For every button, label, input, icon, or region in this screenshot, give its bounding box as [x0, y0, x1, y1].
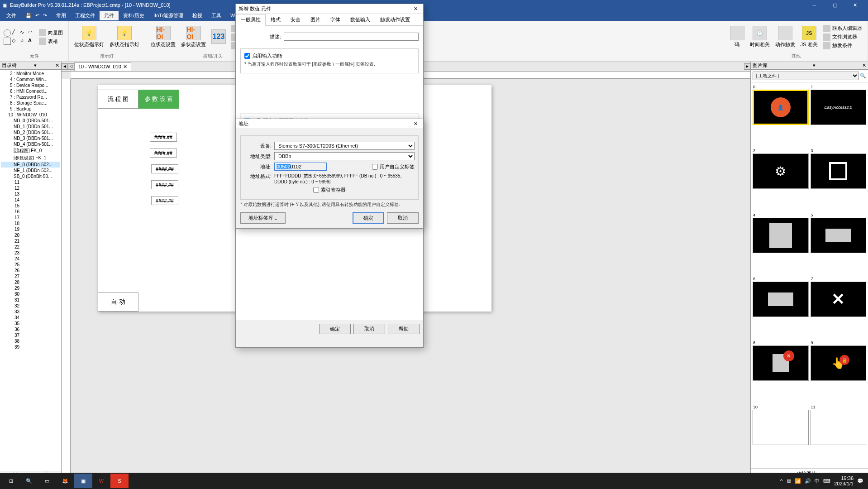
ok-button[interactable]: 确定 [319, 324, 351, 334]
menu-common[interactable]: 常用 [52, 11, 71, 20]
tree-item[interactable]: 19 [1, 226, 60, 232]
tree-item[interactable]: ND_4 (DBDn-501... [1, 141, 60, 147]
piclib-item[interactable]: 11 [811, 404, 867, 466]
address-input[interactable]: 005020102 [274, 163, 327, 171]
menu-project[interactable]: 工程文件 [71, 11, 100, 20]
wps-icon[interactable]: W [92, 474, 110, 488]
pin-icon[interactable]: ▾ [813, 62, 816, 68]
shape-circle-icon[interactable] [4, 29, 11, 37]
tab-action[interactable]: 触发动作设置 [375, 14, 415, 25]
tree-item[interactable]: 33 [1, 309, 60, 315]
search-icon[interactable]: 🔍 [20, 474, 38, 488]
tree-item[interactable]: 3 : Monitor Mode [1, 71, 60, 77]
piclib-item[interactable]: 7✕ [811, 276, 867, 338]
addr-type-select[interactable]: DBBn [274, 152, 415, 160]
shape-star-icon[interactable]: ☆ [20, 38, 27, 45]
tree-item[interactable]: 30 [1, 291, 60, 297]
tree-item[interactable]: 34 [1, 315, 60, 321]
canvas-tab[interactable]: 10 - WINDOW_010 ✕ [74, 62, 131, 71]
flow-button[interactable]: 流 程 图 [98, 90, 138, 109]
clock-time[interactable]: 19:36 [834, 475, 854, 481]
tree-item[interactable]: 9 : Backup [1, 106, 60, 112]
shape-arc-icon[interactable]: ◠ [28, 29, 35, 37]
bit-indicator-button[interactable]: 💡位状态指示灯 [72, 25, 106, 49]
shape-curve-icon[interactable]: ∿ [20, 29, 27, 37]
menu-file[interactable]: 文件 [2, 11, 21, 20]
numeric-display[interactable]: ####.## [150, 149, 177, 158]
tree-item[interactable]: [参数设置] FK_1 [1, 154, 60, 162]
tree-item[interactable]: ND_0 (DBDn-501... [1, 118, 60, 124]
tab-security[interactable]: 安全 [286, 14, 305, 25]
taskview-icon[interactable]: ▭ [38, 474, 56, 488]
tree-item[interactable]: ND_2 (DBDn-501... [1, 129, 60, 135]
device-select[interactable]: Siemens S7-300/ET200S (Ethernet) [274, 142, 415, 150]
tree-item[interactable]: NE_1 (DBDn-502... [1, 168, 60, 173]
file-browser-button[interactable]: 文件浏览器 [821, 33, 864, 41]
vectormap-button[interactable]: 向量图 [37, 29, 65, 37]
tree-item[interactable]: 25 [1, 262, 60, 268]
clock-date[interactable]: 2023/1/1 [834, 481, 854, 486]
tree-item[interactable]: 32 [1, 303, 60, 309]
tree-item[interactable]: 39 [1, 344, 60, 350]
easybuilder-icon[interactable]: ▣ [74, 474, 92, 488]
qat-save-icon[interactable]: 💾 [24, 13, 33, 19]
maximize-button[interactable]: ▢ [825, 0, 845, 10]
tree-item[interactable]: 13 [1, 191, 60, 197]
tree-item[interactable]: 7 : Password Re... [1, 94, 60, 100]
tab-scroll-right[interactable]: ▶ [744, 63, 750, 70]
tree-item[interactable]: 24 [1, 256, 60, 262]
trigger-cond-button[interactable]: 触发条件 [821, 42, 864, 50]
shape-text-icon[interactable]: A [28, 38, 35, 45]
tree-item[interactable]: 29 [1, 285, 60, 291]
tree-item[interactable]: [流程图] FK_0 [1, 147, 60, 154]
multi-indicator-button[interactable]: 💡多状态指示灯 [108, 25, 141, 49]
close-icon[interactable]: ✕ [411, 121, 420, 127]
firefox-icon[interactable]: 🦊 [56, 474, 74, 488]
multi-set-button[interactable]: HI-OI多状态设置 [179, 25, 208, 49]
action-button[interactable]: 动作触发 [773, 25, 797, 49]
piclib-item[interactable]: 5 [811, 212, 867, 274]
notification-icon[interactable]: 💬 [857, 478, 863, 484]
dialog-address-title[interactable]: 地址 ✕ [236, 119, 423, 129]
piclib-item[interactable]: 1EasyAccess2.0 [811, 84, 867, 146]
numeric-display[interactable]: ####.## [151, 196, 178, 205]
close-button[interactable]: ✕ [845, 0, 865, 10]
tab-picture[interactable]: 图片 [305, 14, 325, 25]
menu-view[interactable]: 检视 [188, 11, 207, 20]
description-input[interactable] [284, 33, 419, 41]
cancel-button[interactable]: 取消 [353, 324, 385, 334]
start-button[interactable]: ⊞ [2, 474, 20, 488]
menu-object[interactable]: 元件 [100, 11, 119, 20]
bit-set-button[interactable]: HI-OI位状态设置 [149, 25, 177, 49]
tree-item[interactable]: 12 [1, 185, 60, 191]
tree-item[interactable]: 8 : Storage Spac... [1, 100, 60, 106]
piclib-item[interactable]: 8✕ [753, 340, 809, 402]
shape-polygon-icon[interactable]: ◇ [12, 38, 19, 45]
tree-item[interactable]: 11 [1, 179, 60, 185]
code-button[interactable]: 码 [728, 25, 746, 49]
tree-item[interactable]: SB_0 (DBnBit-50... [1, 173, 60, 179]
tree-item[interactable]: 5 : Device Respo... [1, 82, 60, 88]
ok-button[interactable]: 确定 [353, 212, 384, 224]
tree-item[interactable]: 38 [1, 338, 60, 344]
tray-chevron-icon[interactable]: ^ [780, 478, 782, 484]
tree-item[interactable]: 31 [1, 297, 60, 303]
checkbox-enable-input[interactable]: 启用输入功能 [244, 53, 415, 59]
tab-scroll-left[interactable]: ◀ [62, 63, 68, 70]
close-icon[interactable]: ✕ [411, 6, 420, 12]
tree-item[interactable]: 26 [1, 268, 60, 273]
tree-item[interactable]: 28 [1, 279, 60, 285]
tree-item[interactable]: 20 [1, 232, 60, 238]
piclib-item[interactable]: 9👆🔒 [811, 340, 867, 402]
tab-numeric-input[interactable]: 数值输入 [345, 14, 375, 25]
menu-data[interactable]: 资料/历史 [119, 11, 149, 20]
piclib-item[interactable]: 6 [753, 276, 809, 338]
tree-item[interactable]: 35 [1, 321, 60, 326]
snipaste-icon[interactable]: S [110, 474, 129, 488]
piclib-item[interactable]: 10 [753, 404, 809, 466]
tree-item[interactable]: ND_1 (DBDn-501... [1, 124, 60, 129]
qat-redo-icon[interactable]: ↷ [41, 13, 49, 19]
piclib-select[interactable]: [ 工程文件 ] [753, 72, 859, 80]
pin-icon[interactable]: ▾ [34, 62, 37, 68]
close-icon[interactable]: ✕ [862, 62, 866, 68]
